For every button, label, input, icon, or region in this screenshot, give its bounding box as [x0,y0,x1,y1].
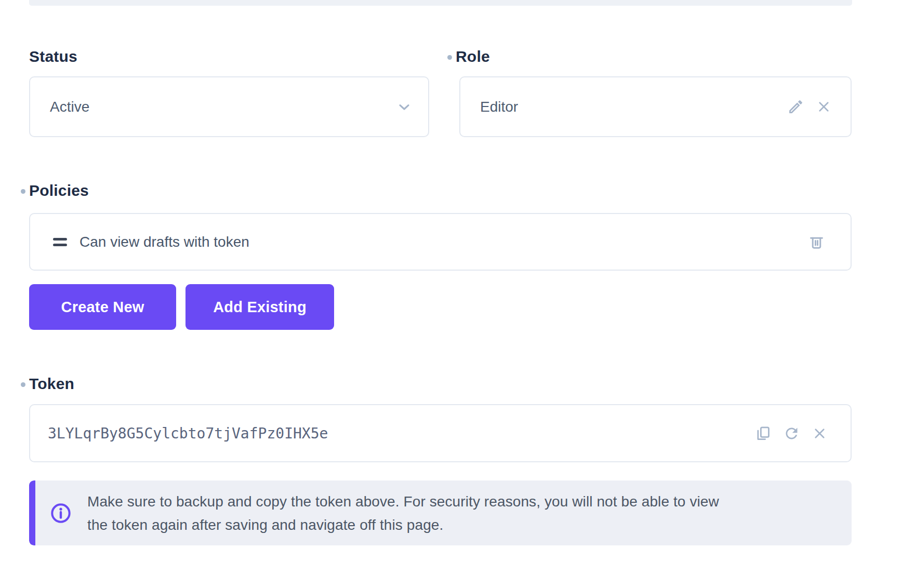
drag-handle[interactable] [53,238,67,246]
trash-icon[interactable] [807,233,826,251]
role-edited-dot [447,55,452,60]
policy-list-item[interactable]: Can view drafts with token [29,213,852,271]
create-new-button[interactable]: Create New [29,284,176,330]
notice-text: Make sure to backup and copy the token a… [87,490,719,537]
role-label: Role [447,48,490,65]
token-edited-dot [21,382,25,387]
add-existing-label: Add Existing [213,299,307,316]
policies-label: Policies [21,182,89,199]
policies-label-text: Policies [29,182,89,199]
chevron-down-icon[interactable] [396,99,413,115]
status-select[interactable]: Active [29,76,429,137]
notice-line-2: the token again after saving and navigat… [87,513,719,537]
pencil-icon[interactable] [787,98,804,115]
policy-name: Can view drafts with token [79,234,807,250]
policies-edited-dot [21,189,25,194]
role-field[interactable]: Editor [459,76,852,137]
info-icon [49,501,73,525]
close-icon[interactable] [812,425,828,442]
role-label-text: Role [456,48,490,65]
notice-line-1: Make sure to backup and copy the token a… [87,490,719,513]
token-label-text: Token [29,375,74,393]
copy-icon[interactable] [754,425,772,442]
token-value: 3LYLqrBy8G5Cylcbto7tjVafPz0IHX5e [48,425,754,442]
add-existing-button[interactable]: Add Existing [185,284,334,330]
token-backup-notice: Make sure to backup and copy the token a… [29,480,852,545]
notice-accent-bar [29,480,35,545]
close-icon[interactable] [816,99,832,115]
token-label: Token [21,375,74,393]
top-divider [29,0,852,6]
refresh-icon[interactable] [783,425,800,442]
status-label: Status [29,48,77,65]
create-new-label: Create New [61,299,144,316]
user-detail-form: Status Active Role Editor Policies Can v… [0,0,902,588]
role-value: Editor [480,99,787,115]
token-field[interactable]: 3LYLqrBy8G5Cylcbto7tjVafPz0IHX5e [29,404,852,462]
status-value: Active [50,99,396,115]
status-label-text: Status [29,48,77,65]
